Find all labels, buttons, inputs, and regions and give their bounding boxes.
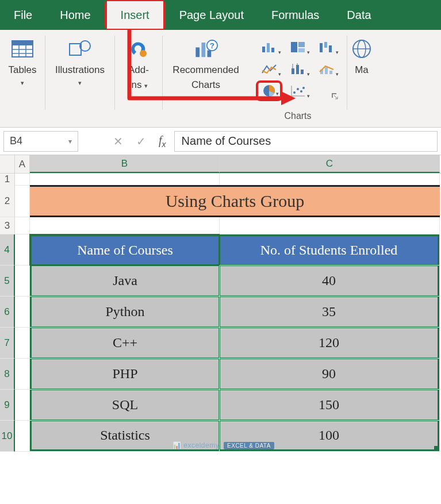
row-header[interactable]: 10 <box>0 421 15 452</box>
svg-rect-1 <box>12 41 33 45</box>
cell[interactable] <box>15 174 30 186</box>
waterfall-chart-button[interactable]: ▾ <box>313 37 340 57</box>
cell[interactable]: Java <box>30 266 220 297</box>
fx-icon[interactable]: fx <box>154 134 171 149</box>
scatter-chart-button[interactable]: ▾ <box>285 80 311 101</box>
row-header[interactable]: 1 <box>0 174 15 186</box>
svg-rect-19 <box>298 48 305 52</box>
confirm-button[interactable]: ✓ <box>131 134 151 148</box>
group-illustrations: Illustrations ▾ <box>45 30 114 127</box>
group-addins: Add- ins ▾ <box>115 30 162 127</box>
combo-chart-button[interactable]: ▾ <box>313 59 340 79</box>
cell[interactable]: SQL <box>30 390 220 421</box>
pie-chart-button[interactable]: ▾ <box>256 80 282 101</box>
table-cell: 40 <box>220 266 439 296</box>
cell[interactable]: 150 <box>220 390 440 421</box>
row-header[interactable]: 4 <box>0 234 15 266</box>
recommended-charts-button[interactable]: ? Recommended Charts <box>169 34 242 93</box>
table-icon <box>10 37 34 61</box>
cell[interactable]: 35 <box>220 297 440 328</box>
row-header[interactable]: 2 <box>0 185 15 217</box>
formula-input[interactable]: Name of Courses <box>174 131 438 152</box>
tab-insert[interactable]: Insert <box>107 1 163 29</box>
cell[interactable]: PHP <box>30 359 220 390</box>
cell[interactable] <box>15 234 30 266</box>
tab-home[interactable]: Home <box>46 0 104 30</box>
hierarchy-chart-button[interactable]: ▾ <box>285 37 311 57</box>
cell[interactable] <box>15 217 30 234</box>
charts-group-label: Charts <box>252 111 343 125</box>
chevron-down-icon: ▾ <box>21 79 24 87</box>
svg-rect-25 <box>301 70 304 74</box>
table-header-enrolled: No. of Students Enrolled <box>220 234 439 265</box>
column-headers: A B C <box>0 155 441 174</box>
tab-data[interactable]: Data <box>333 0 385 30</box>
line-chart-button[interactable]: ▾ <box>256 59 282 79</box>
cell[interactable]: Name of Courses <box>30 234 220 266</box>
table-cell: Python <box>30 297 219 327</box>
row-header[interactable]: 8 <box>0 359 15 390</box>
cell[interactable]: No. of Students Enrolled <box>220 234 440 266</box>
ribbon-insert: Tables ▾ Illustrations ▾ A <box>0 30 441 128</box>
chevron-down-icon: ▾ <box>307 71 310 77</box>
svg-rect-22 <box>329 45 332 52</box>
row-header[interactable]: 6 <box>0 297 15 328</box>
tables-button[interactable]: Tables ▾ <box>5 34 40 89</box>
table-cell: C++ <box>30 328 219 358</box>
illustrations-button[interactable]: Illustrations ▾ <box>52 34 108 89</box>
col-header-a[interactable]: A <box>15 155 30 173</box>
addins-icon <box>126 37 151 61</box>
statistic-chart-button[interactable]: ▾ <box>285 59 311 79</box>
row-header[interactable]: 3 <box>0 217 15 234</box>
table-cell: PHP <box>30 359 219 389</box>
row-header[interactable]: 7 <box>0 328 15 359</box>
row-header[interactable]: 9 <box>0 390 15 421</box>
recommended-label-1: Recommended <box>172 64 239 76</box>
group-tables: Tables ▾ <box>0 30 45 127</box>
col-header-b[interactable]: B <box>30 155 220 173</box>
selection-handle[interactable] <box>434 446 439 451</box>
column-chart-button[interactable]: ▾ <box>256 37 282 57</box>
addins-label-1: Add- <box>128 64 149 76</box>
chevron-down-icon: ▾ <box>144 82 148 89</box>
cell[interactable] <box>220 174 440 186</box>
cell[interactable] <box>15 390 30 421</box>
maps-button[interactable]: Ma <box>347 34 376 78</box>
chevron-down-icon: ▾ <box>307 49 310 55</box>
cell[interactable]: C++ <box>30 328 220 359</box>
chart-type-grid: ▾ ▾ ▾ ▾ ▾ ▾ <box>256 34 340 101</box>
cell[interactable] <box>15 297 30 328</box>
cell[interactable] <box>220 217 440 234</box>
svg-rect-21 <box>324 42 327 48</box>
cell[interactable] <box>15 421 30 452</box>
tab-page-layout[interactable]: Page Layout <box>166 0 258 30</box>
worksheet: A B C 1 2 Using Charts Group 3 4 Name of <box>0 155 441 452</box>
svg-point-35 <box>297 88 299 90</box>
tab-file[interactable]: File <box>0 0 46 30</box>
charts-dialog-launcher[interactable] <box>329 91 340 101</box>
row-header[interactable]: 5 <box>0 266 15 297</box>
cancel-button[interactable]: ✕ <box>108 134 128 148</box>
select-all-corner[interactable] <box>0 155 15 173</box>
group-charts: ▾ ▾ ▾ ▾ ▾ ▾ <box>249 30 347 127</box>
svg-point-36 <box>300 90 302 93</box>
cell[interactable]: 120 <box>220 328 440 359</box>
cell[interactable] <box>30 217 220 234</box>
cell[interactable] <box>15 359 30 390</box>
col-header-c[interactable]: C <box>220 155 440 173</box>
cell[interactable] <box>15 185 30 217</box>
cell[interactable] <box>15 328 30 359</box>
sheet-title[interactable]: Using Charts Group <box>30 185 440 217</box>
table-cell: Java <box>30 266 219 296</box>
addins-button[interactable]: Add- ins ▾ <box>123 34 154 93</box>
tab-formulas[interactable]: Formulas <box>258 0 333 30</box>
cell[interactable]: Python <box>30 297 220 328</box>
recommended-charts-icon: ? <box>194 37 218 61</box>
cell[interactable]: 40 <box>220 266 440 297</box>
name-box[interactable]: B4 ▾ <box>3 131 78 152</box>
cell[interactable] <box>30 174 220 186</box>
cell[interactable] <box>15 266 30 297</box>
watermark: 📊 exceldemy EXCEL & DATA <box>172 441 274 449</box>
cell[interactable]: 90 <box>220 359 440 390</box>
svg-rect-11 <box>208 51 212 57</box>
